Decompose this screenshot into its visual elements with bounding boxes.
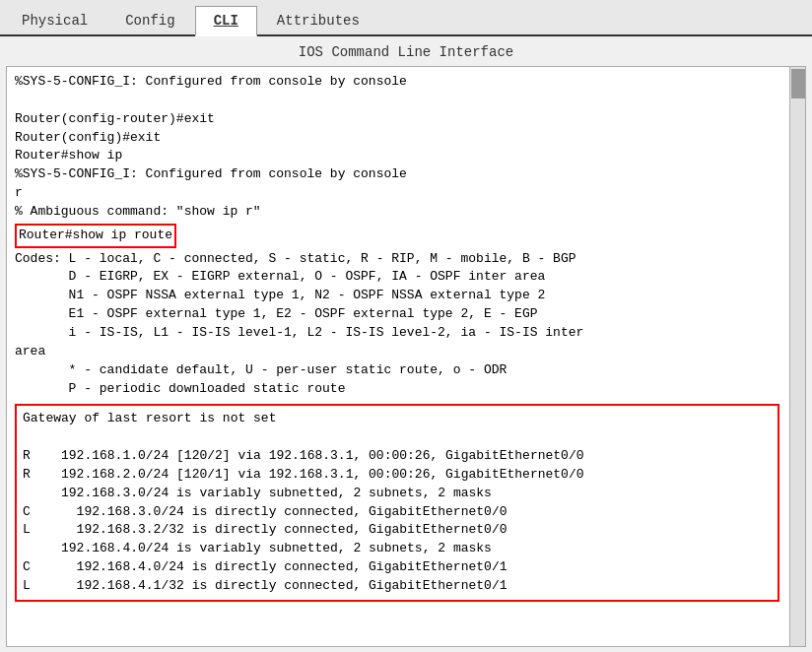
route-3: 192.168.3.0/24 is variably subnetted, 2 … — [23, 485, 772, 503]
codes-line5: i - IS-IS, L1 - IS-IS level-1, L2 - IS-I… — [15, 324, 779, 343]
codes-line4: E1 - OSPF external type 1, E2 - OSPF ext… — [15, 305, 779, 324]
codes-header: Codes: L - local, C - connected, S - sta… — [15, 250, 779, 269]
cli-output[interactable]: %SYS-5-CONFIG_I: Configured from console… — [7, 67, 805, 646]
route-2: R 192.168.2.0/24 [120/1] via 192.168.3.1… — [23, 466, 772, 485]
codes-line6: area — [15, 343, 779, 361]
codes-line3: N1 - OSPF NSSA external type 1, N2 - OSP… — [15, 287, 779, 305]
tab-cli[interactable]: CLI — [195, 6, 257, 36]
cli-line-2: Router(config-router)#exit — [15, 110, 779, 129]
cli-line-5: %SYS-5-CONFIG_I: Configured from console… — [15, 165, 779, 184]
highlighted-command: Router#show ip route — [15, 224, 176, 248]
route-7: C 192.168.4.0/24 is directly connected, … — [23, 558, 772, 577]
scrollbar-thumb[interactable] — [791, 69, 805, 98]
cli-line-blank — [15, 92, 779, 110]
route-4: C 192.168.3.0/24 is directly connected, … — [23, 503, 772, 522]
tab-bar: Physical Config CLI Attributes — [0, 0, 812, 36]
route-5: L 192.168.3.2/32 is directly connected, … — [23, 521, 772, 540]
cli-line-4: Router#show ip — [15, 147, 779, 165]
route-6: 192.168.4.0/24 is variably subnetted, 2 … — [23, 540, 772, 558]
route-8: L 192.168.4.1/32 is directly connected, … — [23, 577, 772, 596]
cli-line-1: %SYS-5-CONFIG_I: Configured from console… — [15, 73, 779, 92]
scrollbar[interactable] — [789, 67, 805, 646]
tab-physical[interactable]: Physical — [4, 7, 105, 34]
route-section-box: Gateway of last resort is not set R 192.… — [15, 404, 779, 601]
codes-line2: D - EIGRP, EX - EIGRP external, O - OSPF… — [15, 268, 779, 287]
route-1: R 192.168.1.0/24 [120/2] via 192.168.3.1… — [23, 447, 772, 466]
tab-attributes[interactable]: Attributes — [259, 7, 377, 34]
codes-line7: * - candidate default, U - per-user stat… — [15, 361, 779, 380]
cli-container: %SYS-5-CONFIG_I: Configured from console… — [6, 66, 806, 647]
cli-content-inner: %SYS-5-CONFIG_I: Configured from console… — [15, 73, 797, 602]
highlighted-command-wrapper: Router#show ip route — [15, 224, 779, 248]
cli-line-r: r — [15, 184, 779, 203]
page-title: IOS Command Line Interface — [0, 36, 812, 66]
tab-config[interactable]: Config — [107, 7, 192, 34]
gateway-line: Gateway of last resort is not set — [23, 410, 772, 428]
codes-line8: P - periodic downloaded static route — [15, 380, 779, 399]
blank-route — [23, 428, 772, 447]
cli-line-3: Router(config)#exit — [15, 129, 779, 148]
cli-line-ambiguous: % Ambiguous command: "show ip r" — [15, 203, 779, 222]
